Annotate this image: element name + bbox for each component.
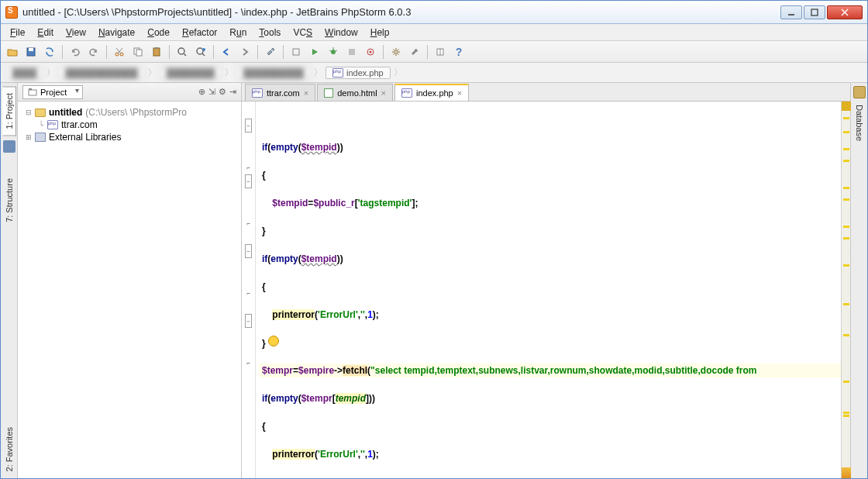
breadcrumb-bar: ████ 〉 ████████████ 〉 ████████ 〉 ███████… <box>1 63 867 83</box>
menu-refactor[interactable]: Refactor <box>176 26 223 40</box>
expand-icon[interactable]: ⊟ <box>26 109 32 116</box>
app-window: untitled - [C:\Users\ \PhpstormProjects\… <box>0 0 868 479</box>
copy-icon[interactable] <box>129 43 146 60</box>
file-tab-active[interactable]: index.php× <box>394 84 469 101</box>
close-button[interactable] <box>827 5 863 19</box>
scroll-from-source-icon[interactable]: ⊕ <box>198 87 205 97</box>
help-icon[interactable]: ? <box>450 43 467 60</box>
sync-icon[interactable] <box>41 43 58 60</box>
project-icon <box>28 88 37 97</box>
tab-database[interactable]: Database <box>853 98 866 147</box>
svg-point-14 <box>178 48 184 54</box>
blurred-crumb: ████████ <box>160 67 222 79</box>
svg-rect-11 <box>136 50 142 56</box>
project-panel-header: Project ⊕ ⇲ ⚙ ⇥ <box>18 83 241 102</box>
file-tab[interactable]: ttrar.com× <box>245 84 315 101</box>
back-icon[interactable] <box>218 43 235 60</box>
tab-project[interactable]: 1: Project <box>2 86 16 136</box>
cut-icon[interactable] <box>111 43 128 60</box>
warning-indicator-icon[interactable] <box>842 467 851 478</box>
file-tab[interactable]: demo.html× <box>317 84 393 101</box>
menu-window[interactable]: Window <box>319 26 364 40</box>
app-icon <box>5 6 18 19</box>
svg-point-18 <box>202 48 205 51</box>
tree-root[interactable]: ⊟ untitled (C:\Users\ \PhpstormPro <box>21 106 238 119</box>
intention-bulb-icon[interactable] <box>268 336 279 346</box>
menu-code[interactable]: Code <box>141 26 176 40</box>
gear-icon[interactable]: ⚙ <box>219 87 226 97</box>
settings-icon[interactable] <box>388 43 405 60</box>
project-view-selector[interactable]: Project <box>22 85 83 99</box>
php-tool-icon[interactable] <box>3 140 16 153</box>
breadcrumb-file[interactable]: index.php <box>326 67 391 79</box>
collapse-icon[interactable]: ⇲ <box>208 87 215 97</box>
svg-line-23 <box>336 50 337 51</box>
expand-icon[interactable]: ⊞ <box>26 133 32 141</box>
svg-rect-19 <box>293 49 299 55</box>
open-icon[interactable] <box>4 43 21 60</box>
build-icon[interactable] <box>262 43 279 60</box>
run-icon[interactable] <box>306 43 323 60</box>
maximize-button[interactable] <box>804 5 825 19</box>
close-tab-icon[interactable]: × <box>381 88 386 98</box>
stop-icon[interactable] <box>343 43 360 60</box>
fold-gutter[interactable]: − ⌐ − ⌐ − ⌐ − ⌐ <box>242 102 256 478</box>
svg-point-20 <box>331 50 336 54</box>
svg-rect-30 <box>29 90 36 95</box>
undo-icon[interactable] <box>67 43 84 60</box>
close-tab-icon[interactable]: × <box>304 88 308 98</box>
menu-view[interactable]: View <box>60 26 92 40</box>
replace-icon[interactable] <box>192 43 209 60</box>
database-icon[interactable] <box>853 86 866 98</box>
menu-help[interactable]: Help <box>364 26 396 40</box>
project-panel: Project ⊕ ⇲ ⚙ ⇥ ⊟ untitled (C:\Users\ \P… <box>18 83 242 478</box>
leaf-icon: └ <box>38 121 44 129</box>
svg-line-17 <box>202 53 205 56</box>
code-content[interactable]: if(empty($tempid)) { $tempid=$public_r['… <box>256 102 841 478</box>
close-tab-icon[interactable]: × <box>457 88 462 98</box>
forward-icon[interactable] <box>236 43 253 60</box>
menu-file[interactable]: File <box>4 26 31 40</box>
menubar: File Edit View Navigate Code Refactor Ru… <box>1 24 867 41</box>
php-icon <box>47 120 58 129</box>
error-stripe[interactable] <box>841 102 850 478</box>
html-icon <box>324 88 333 98</box>
menu-navigate[interactable]: Navigate <box>92 26 141 40</box>
wrench-icon[interactable] <box>406 43 423 60</box>
tree-external-libs[interactable]: ⊞ External Libraries <box>21 131 238 143</box>
hide-icon[interactable]: ⇥ <box>229 87 236 97</box>
svg-rect-31 <box>29 88 32 90</box>
paste-icon[interactable] <box>148 43 165 60</box>
listen-icon[interactable] <box>362 43 379 60</box>
find-icon[interactable] <box>174 43 191 60</box>
tree-file[interactable]: └ ttrar.com <box>21 119 238 131</box>
tab-favorites[interactable]: 2: Favorites <box>2 420 16 478</box>
body-area: 1: Project 7: Structure 2: Favorites Pro… <box>1 83 867 478</box>
menu-edit[interactable]: Edit <box>31 26 60 40</box>
project-structure-icon[interactable] <box>432 43 449 60</box>
window-title: untitled - [C:\Users\ \PhpstormProjects\… <box>22 6 779 18</box>
toolbar-separator <box>257 45 258 59</box>
redo-icon[interactable] <box>85 43 102 60</box>
svg-rect-24 <box>349 49 355 55</box>
menu-run[interactable]: Run <box>223 26 253 40</box>
svg-rect-5 <box>29 48 33 51</box>
svg-point-27 <box>394 50 398 53</box>
php-icon <box>401 88 412 98</box>
debug-icon[interactable] <box>325 43 342 60</box>
php-icon <box>252 88 263 98</box>
menu-vcs[interactable]: VCS <box>287 26 319 40</box>
menu-tools[interactable]: Tools <box>253 26 287 40</box>
project-tree[interactable]: ⊟ untitled (C:\Users\ \PhpstormPro └ ttr… <box>18 102 241 478</box>
tab-structure[interactable]: 7: Structure <box>2 171 16 229</box>
toolbar-separator <box>106 45 107 59</box>
svg-rect-13 <box>155 47 158 49</box>
code-editor[interactable]: − ⌐ − ⌐ − ⌐ − ⌐ <box>242 102 850 478</box>
library-icon <box>35 133 46 142</box>
save-icon[interactable] <box>22 43 40 60</box>
minimize-button[interactable] <box>780 5 802 19</box>
run-config-icon[interactable] <box>288 43 305 60</box>
project-panel-tools: ⊕ ⇲ ⚙ ⇥ <box>198 87 236 97</box>
file-tabs: ttrar.com× demo.html× index.php× <box>242 83 850 102</box>
titlebar: untitled - [C:\Users\ \PhpstormProjects\… <box>1 1 867 24</box>
